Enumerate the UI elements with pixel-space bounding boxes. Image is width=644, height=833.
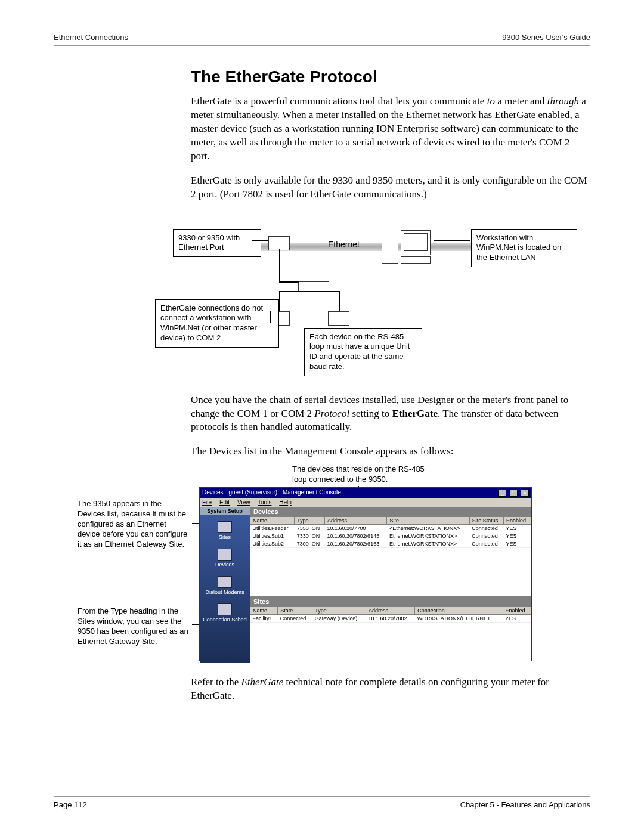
cell-enabled: YES (504, 540, 531, 548)
close-icon[interactable]: × (521, 490, 529, 497)
nav-panel: System Setup Sites Devices Dialout Modem… (200, 507, 250, 663)
cell-address: 10.1.60.20/7802/6145 (325, 532, 387, 540)
ethernet-label: Ethernet (328, 240, 360, 249)
maximize-icon[interactable]: □ (509, 490, 518, 497)
cell-type: 7350 ION (295, 525, 325, 532)
line-hub-to-dev1 (279, 291, 280, 311)
scell-enabled: YES (503, 615, 531, 623)
nav-header: System Setup (200, 507, 250, 515)
cell-status: Connected (469, 525, 503, 532)
scell-name: Facility1 (250, 615, 278, 623)
table-row[interactable]: Utilities.Sub1 7330 ION 10.1.60.20/7802/… (250, 532, 531, 540)
cell-type: 7330 ION (295, 532, 325, 540)
footer-left: Page 112 (54, 800, 87, 809)
p1-a: EtherGate is a powerful communications t… (191, 95, 487, 107)
nav-item-connection-sched[interactable]: Connection Sched (202, 603, 247, 623)
network-diagram: Ethernet 9330 or 9350 with Ethernet Port (119, 216, 572, 377)
menu-help[interactable]: Help (279, 499, 292, 506)
p3-b-italic: Protocol (314, 408, 349, 419)
sites-panel-title: Sites (250, 597, 531, 606)
col-name[interactable]: Name (250, 517, 295, 525)
col-type[interactable]: Type (295, 517, 325, 525)
p1-c: a meter and (495, 95, 547, 107)
p3-c: setting to (349, 408, 392, 419)
scell-state: Connected (278, 615, 312, 623)
scol-enabled[interactable]: Enabled (503, 607, 531, 615)
leader-ethergate-v (270, 311, 271, 323)
p1-b-italic: to (487, 95, 495, 107)
callout-meter: 9330 or 9350 with Ethernet Port (173, 229, 261, 258)
workstation-keyboard-icon (401, 256, 431, 264)
paragraph-4: The Devices list in the Management Conso… (191, 445, 590, 459)
cell-address: 10.1.60.20/7802/6163 (325, 540, 387, 548)
callout-ethergate: EtherGate connections do not connect a w… (155, 299, 279, 348)
table-row[interactable]: Facility1 Connected Gateway (Device) 10.… (250, 615, 531, 623)
page: Ethernet Connections 9300 Series User's … (0, 0, 644, 833)
col-address[interactable]: Address (325, 517, 387, 525)
col-sitestatus[interactable]: Site Status (469, 517, 503, 525)
menu-edit[interactable]: Edit (219, 499, 230, 506)
p5-b-italic: EtherGate (242, 676, 284, 688)
workstation-icon (382, 227, 429, 268)
sites-table: Name State Type Address Connection Enabl… (250, 606, 531, 623)
nav-item-devices[interactable]: Devices (202, 549, 247, 568)
content-column: The EtherGate Protocol EtherGate is a po… (191, 67, 590, 703)
devices-panel-title: Devices (250, 507, 531, 516)
callout-type-heading: From the Type heading in the Sites windo… (78, 606, 191, 647)
header-left: Ethernet Connections (54, 33, 128, 42)
p1-d-italic: through (547, 95, 579, 107)
nav-item-devices-label: Devices (202, 562, 247, 568)
console-body: System Setup Sites Devices Dialout Modem… (200, 507, 531, 663)
minimize-icon[interactable]: _ (498, 490, 506, 497)
paragraph-3: Once you have the chain of serial device… (191, 394, 590, 435)
connection-sched-icon (218, 603, 232, 615)
main-panel: Devices Name Type Address Site Site Stat… (250, 507, 531, 663)
window-titlebar: Devices - guest (Supervisor) - Managemen… (200, 488, 531, 498)
management-console-figure: The devices that reside on the RS-485 lo… (78, 469, 531, 660)
cell-enabled: YES (504, 525, 531, 532)
callout-9350-in-list: The 9350 appears in the Devices list, be… (78, 499, 191, 549)
scol-type[interactable]: Type (312, 607, 366, 615)
devices-header-row: Name Type Address Site Site Status Enabl… (250, 517, 531, 525)
dialout-modems-icon (218, 576, 232, 588)
sites-panel: Sites Name State Type Address Connection… (250, 597, 531, 663)
workstation-tower-icon (382, 227, 398, 264)
footer-right: Chapter 5 - Features and Applications (460, 800, 590, 809)
table-row[interactable]: Utilities.Sub2 7300 ION 10.1.60.20/7802/… (250, 540, 531, 548)
nav-item-connection-sched-label: Connection Sched (202, 617, 247, 623)
p5-a: Refer to the (191, 676, 242, 688)
cell-site: Ethernet:WORKSTATIONX> (387, 540, 469, 548)
col-site[interactable]: Site (387, 517, 469, 525)
scol-address[interactable]: Address (366, 607, 414, 615)
scol-state[interactable]: State (278, 607, 312, 615)
col-enabled[interactable]: Enabled (504, 517, 531, 525)
line-meter-to-hub (279, 249, 280, 281)
leader-workstation (434, 240, 470, 241)
menu-tools[interactable]: Tools (258, 499, 271, 506)
nav-item-dialout[interactable]: Dialout Modems (202, 576, 247, 595)
scol-name[interactable]: Name (250, 607, 278, 615)
line-hub-branch (279, 291, 339, 292)
devices-icon (218, 549, 232, 561)
menu-view[interactable]: View (237, 499, 250, 506)
cell-type: 7300 ION (295, 540, 325, 548)
cell-address: 10.1.60.20/7700 (325, 525, 387, 532)
cell-site: <Ethernet:WORKSTATIONX> (387, 525, 469, 532)
menubar: File Edit View Tools Help (200, 498, 531, 507)
management-console-window: Devices - guest (Supervisor) - Managemen… (199, 487, 532, 661)
cell-enabled: YES (504, 532, 531, 540)
menu-file[interactable]: File (202, 499, 212, 506)
nav-item-sites[interactable]: Sites (202, 521, 247, 540)
leader-left-bottom (192, 624, 199, 625)
callout-unit-id: Each device on the RS-485 loop must have… (304, 328, 422, 377)
table-row[interactable]: Utilities.Feeder 7350 ION 10.1.60.20/770… (250, 525, 531, 532)
meter-device-icon (268, 236, 290, 250)
workstation-monitor-icon (401, 230, 431, 255)
leader-meter (252, 240, 268, 241)
scell-type: Gateway (Device) (312, 615, 366, 623)
scol-connection[interactable]: Connection (415, 607, 503, 615)
scell-connection: WORKSTATIONX/ETHERNET (415, 615, 503, 623)
paragraph-2: EtherGate is only available for the 9330… (191, 174, 590, 202)
devices-table: Name Type Address Site Site Status Enabl… (250, 516, 531, 548)
nav-item-sites-label: Sites (202, 534, 247, 540)
